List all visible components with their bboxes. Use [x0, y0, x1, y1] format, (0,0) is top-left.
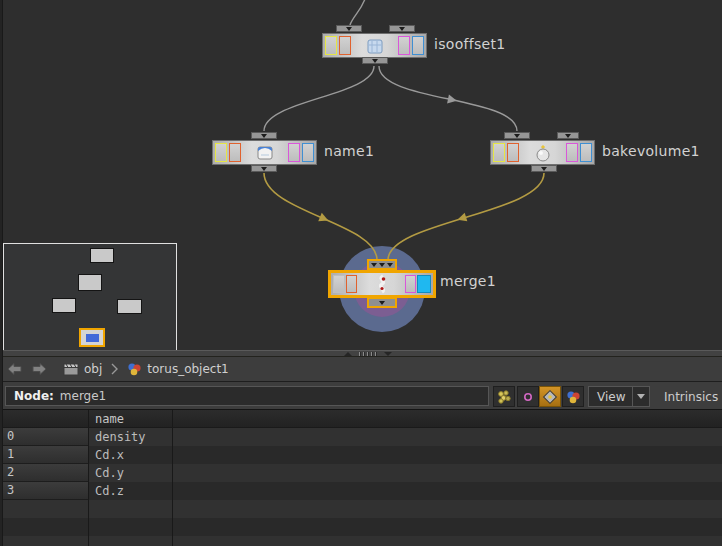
- empty-cell: [173, 464, 722, 482]
- name-cell[interactable]: Cd.z: [89, 482, 173, 500]
- intrinsics-label: Intrinsics: [664, 390, 718, 404]
- display-flag[interactable]: [412, 36, 424, 55]
- nametag-icon: [256, 145, 274, 161]
- bypass-flag[interactable]: [346, 275, 357, 293]
- template-flag[interactable]: [215, 143, 227, 162]
- node-body[interactable]: [490, 140, 595, 165]
- table-row: 3 Cd.z: [0, 482, 722, 500]
- template-flag[interactable]: [325, 36, 337, 55]
- geometry-select-button[interactable]: [562, 386, 584, 407]
- geometry-icon: [566, 390, 581, 404]
- table-row-empty: [0, 536, 722, 546]
- template-diamond-icon: [541, 388, 559, 406]
- row-number-cell[interactable]: 3: [0, 482, 89, 500]
- node-body[interactable]: [212, 140, 317, 165]
- node-body[interactable]: [328, 270, 436, 298]
- display-flag[interactable]: [580, 143, 592, 162]
- table-row: 2 Cd.y: [0, 464, 722, 482]
- table-row: 1 Cd.x: [0, 446, 722, 464]
- pane-splitter[interactable]: [0, 350, 722, 357]
- node-field-label: Node:: [14, 389, 54, 403]
- node-label[interactable]: name1: [324, 143, 374, 159]
- template-flag[interactable]: [333, 275, 345, 293]
- name-cell[interactable]: density: [89, 428, 173, 446]
- output-connector[interactable]: [362, 57, 388, 64]
- table-row-empty: [0, 518, 722, 536]
- node-label[interactable]: merge1: [440, 273, 496, 289]
- name-cell[interactable]: Cd.y: [89, 464, 173, 482]
- wire-incoming[interactable]: [350, 0, 366, 25]
- network-editor[interactable]: isooffset1 name1: [0, 0, 722, 350]
- forward-button[interactable]: [29, 360, 50, 379]
- follow-display-node-button[interactable]: [539, 386, 561, 407]
- breadcrumb-context[interactable]: obj: [60, 360, 105, 378]
- minimap-node: [52, 298, 76, 313]
- highlight-flag[interactable]: [398, 36, 410, 55]
- row-number-cell[interactable]: 1: [0, 446, 89, 464]
- clapperboard-icon: [63, 362, 79, 376]
- node-body[interactable]: [322, 33, 427, 58]
- node-bakevolume1[interactable]: bakevolume1: [490, 140, 595, 165]
- input-connector[interactable]: [389, 25, 415, 32]
- intrinsics-button[interactable]: Intrinsics: [656, 386, 722, 407]
- spreadsheet-header: name: [0, 410, 722, 428]
- node-name1[interactable]: name1: [212, 140, 317, 165]
- empty-cell: [173, 482, 722, 500]
- bypass-flag[interactable]: [507, 143, 519, 162]
- input-connector[interactable]: [367, 259, 397, 270]
- bundle-icon: [496, 389, 512, 405]
- template-flag[interactable]: [493, 143, 505, 162]
- pin-button[interactable]: [517, 386, 539, 407]
- node-toolbar: Node: merge1 View Intrinsics: [0, 382, 722, 410]
- path-bar: obj torus_object1: [0, 357, 722, 382]
- wire-bakevolume-to-merge[interactable]: [388, 173, 544, 260]
- node-isooffset1[interactable]: isooffset1: [322, 33, 427, 58]
- breadcrumb-context-label: obj: [84, 362, 102, 376]
- output-connector[interactable]: [367, 297, 397, 308]
- bypass-flag[interactable]: [339, 36, 351, 55]
- dropdown-arrow[interactable]: [632, 387, 649, 406]
- empty-column-header[interactable]: [173, 410, 722, 427]
- highlight-flag[interactable]: [566, 143, 578, 162]
- bypass-flag[interactable]: [229, 143, 241, 162]
- input-connector[interactable]: [251, 132, 277, 139]
- houdini-window: { "colors": { "selection": "#f0a500", "d…: [0, 0, 722, 546]
- highlight-flag[interactable]: [405, 275, 416, 293]
- output-connector[interactable]: [531, 165, 557, 172]
- row-number-cell[interactable]: 0: [0, 428, 89, 446]
- collapse-up-icon[interactable]: [344, 352, 352, 356]
- output-connector[interactable]: [251, 165, 277, 172]
- display-flag[interactable]: [417, 275, 431, 293]
- back-button[interactable]: [4, 360, 25, 379]
- input-connector[interactable]: [557, 132, 579, 139]
- node-label[interactable]: isooffset1: [434, 36, 505, 52]
- display-flag[interactable]: [302, 143, 314, 162]
- bundle-filter-button[interactable]: [493, 386, 515, 407]
- wire-isooffset-to-name[interactable]: [264, 66, 374, 131]
- splitter-grip[interactable]: [359, 352, 377, 356]
- input-connector[interactable]: [336, 25, 362, 32]
- geometry-spreadsheet: name 0 density 1 Cd.x 2 Cd.y 3 Cd.z: [0, 410, 722, 546]
- name-column-header[interactable]: name: [89, 410, 173, 427]
- table-row: 0 density: [0, 428, 722, 446]
- input-connector[interactable]: [504, 132, 530, 139]
- name-cell[interactable]: Cd.x: [89, 446, 173, 464]
- view-dropdown[interactable]: View: [588, 386, 650, 407]
- wire-isooffset-to-bakevolume[interactable]: [379, 66, 517, 131]
- breadcrumb-current[interactable]: torus_object1: [124, 360, 231, 378]
- row-number-cell[interactable]: 2: [0, 464, 89, 482]
- pin-dot-icon: [522, 391, 534, 403]
- row-number-header[interactable]: [0, 410, 89, 427]
- collapse-down-icon[interactable]: [384, 352, 392, 356]
- highlight-flag[interactable]: [288, 143, 300, 162]
- wire-name-to-merge[interactable]: [264, 173, 377, 260]
- node-label[interactable]: bakevolume1: [602, 143, 700, 159]
- empty-cell: [173, 428, 722, 446]
- minimap-display-flag: [86, 334, 99, 342]
- view-dropdown-label: View: [589, 390, 632, 404]
- minimap-node: [117, 299, 142, 314]
- network-minimap[interactable]: [3, 243, 177, 350]
- node-path-field[interactable]: Node: merge1: [5, 386, 489, 406]
- wire-arrow: [318, 213, 330, 225]
- node-merge1[interactable]: merge1: [328, 270, 436, 298]
